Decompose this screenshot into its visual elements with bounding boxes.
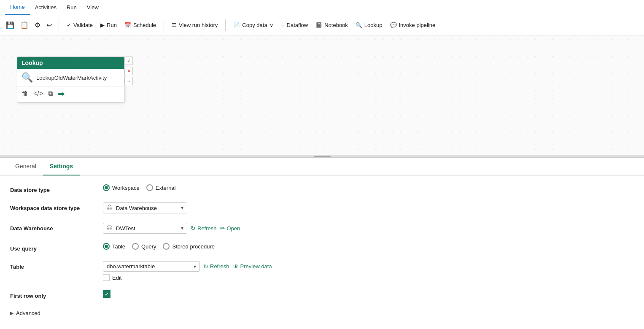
radio-external[interactable]: External: [146, 184, 176, 191]
workspace-data-store-chevron-icon: ▾: [181, 205, 183, 211]
copy-data-icon: 📄: [233, 22, 240, 28]
radio-stored-procedure[interactable]: Stored procedure: [163, 243, 214, 250]
toolbar-group-icons: 💾 📋 ⚙ ↩: [3, 19, 54, 31]
toolbar-group-history: ☰ View run history: [168, 20, 221, 30]
table-refresh-label: Refresh: [210, 263, 229, 270]
invoke-pipeline-label: Invoke pipeline: [399, 22, 436, 28]
table-row-inner: dbo.watermarktable ▾ ↻ Refresh 👁 Preview…: [103, 261, 272, 272]
menu-bar: Home Activities Run View: [0, 0, 644, 15]
undo-button[interactable]: ↩: [44, 19, 54, 31]
menu-home[interactable]: Home: [5, 0, 30, 15]
table-refresh-button[interactable]: ↻ Refresh: [203, 263, 229, 270]
run-button[interactable]: ▶ Run: [97, 20, 120, 30]
card-side-arrow-icon[interactable]: →: [124, 77, 133, 85]
copy-data-chevron-icon: ∨: [269, 22, 274, 28]
use-query-label: Use query: [10, 243, 103, 252]
radio-query[interactable]: Query: [132, 243, 156, 250]
settings-tabs: General Settings: [0, 158, 644, 176]
undo-icon: ↩: [46, 21, 52, 29]
use-query-row: Use query Table Query Stored procedure: [10, 243, 634, 252]
canvas-area[interactable]: Lookup 🔍 LookupOldWaterMarkActivity 🗑 </…: [0, 35, 644, 158]
advanced-row[interactable]: ▶ Advanced: [10, 308, 634, 318]
notebook-icon: 📓: [315, 22, 322, 28]
save-icon: 💾: [6, 21, 14, 29]
lookup-card-actions: 🗑 </> ⧉ ➡: [17, 86, 124, 102]
table-refresh-icon: ↻: [203, 263, 208, 270]
data-warehouse-row: Data Warehouse 🏛 DWTest ▾ ↻ Refresh ✏ Op…: [10, 223, 634, 234]
tab-settings[interactable]: Settings: [43, 158, 80, 175]
settings-button[interactable]: ⚙: [32, 19, 43, 31]
table-preview-label: Preview data: [240, 263, 272, 270]
data-warehouse-refresh-button[interactable]: ↻ Refresh: [191, 225, 217, 232]
schedule-button[interactable]: 📅 Schedule: [121, 20, 159, 30]
radio-table-label: Table: [112, 243, 125, 250]
data-store-type-control: Workspace External: [103, 184, 634, 191]
lookup-button[interactable]: 🔍 Lookup: [352, 20, 386, 30]
table-chevron-icon: ▾: [194, 264, 196, 270]
data-warehouse-icon: 🏛: [107, 225, 113, 232]
toolbar-group-actions: ✓ Validate ▶ Run 📅 Schedule: [63, 20, 159, 30]
workspace-data-store-type-dropdown[interactable]: 🏛 Data Warehouse ▾: [103, 202, 187, 213]
toolbar-sep-2: [164, 19, 164, 31]
data-store-type-row: Data store type Workspace External: [10, 184, 634, 193]
copy-card-icon[interactable]: ⧉: [48, 90, 53, 97]
menu-run[interactable]: Run: [62, 0, 82, 15]
card-side-fail-icon[interactable]: ✕: [124, 67, 133, 75]
data-store-type-radio-group: Workspace External: [103, 184, 176, 191]
save-as-button[interactable]: 📋: [18, 19, 31, 31]
data-warehouse-open-label: Open: [227, 225, 240, 232]
table-preview-icon: 👁: [233, 263, 239, 270]
radio-query-label: Query: [141, 243, 156, 250]
validate-label: Validate: [73, 22, 93, 28]
run-label: Run: [107, 22, 117, 28]
code-card-icon[interactable]: </>: [33, 90, 43, 97]
workspace-data-store-type-control: 🏛 Data Warehouse ▾: [103, 202, 634, 213]
workspace-data-store-value: Data Warehouse: [116, 205, 178, 211]
settings-form-body: Data store type Workspace External Works…: [0, 176, 644, 326]
radio-table-circle: [103, 243, 110, 250]
settings-panel: General Settings Data store type Workspa…: [0, 158, 644, 329]
first-row-only-checkbox[interactable]: ✓: [103, 290, 110, 298]
copy-data-label: Copy data: [242, 22, 267, 28]
radio-external-circle: [146, 184, 153, 191]
menu-activities[interactable]: Activities: [30, 0, 62, 15]
canvas-resize-handle[interactable]: [0, 155, 644, 157]
radio-table[interactable]: Table: [103, 243, 125, 250]
copy-data-button[interactable]: 📄 Copy data ∨: [230, 20, 277, 30]
schedule-label: Schedule: [133, 22, 156, 28]
dataflow-button[interactable]: ⑂ Dataflow: [278, 20, 312, 30]
invoke-pipeline-button[interactable]: 💬 Invoke pipeline: [387, 20, 439, 30]
tab-general[interactable]: General: [8, 158, 43, 175]
table-control: dbo.watermarktable ▾ ↻ Refresh 👁 Preview…: [103, 261, 634, 281]
table-edit-label: Edit: [112, 275, 121, 281]
advanced-label: Advanced: [16, 310, 40, 316]
save-button[interactable]: 💾: [3, 19, 17, 31]
use-query-radio-group: Table Query Stored procedure: [103, 243, 215, 250]
delete-card-icon[interactable]: 🗑: [22, 90, 28, 97]
data-warehouse-control: 🏛 DWTest ▾ ↻ Refresh ✏ Open: [103, 223, 634, 234]
advanced-chevron-icon: ▶: [10, 310, 13, 316]
notebook-button[interactable]: 📓 Notebook: [312, 20, 351, 30]
table-edit-checkbox[interactable]: Edit: [103, 274, 121, 281]
validate-button[interactable]: ✓ Validate: [63, 20, 96, 30]
radio-stored-procedure-circle: [163, 243, 170, 250]
data-warehouse-dropdown[interactable]: 🏛 DWTest ▾: [103, 223, 187, 234]
data-warehouse-open-button[interactable]: ✏ Open: [220, 225, 240, 232]
radio-workspace-circle: [103, 184, 110, 191]
table-dropdown[interactable]: dbo.watermarktable ▾: [103, 261, 200, 272]
lookup-label: Lookup: [364, 22, 383, 28]
workspace-data-store-type-row: Workspace data store type 🏛 Data Warehou…: [10, 202, 634, 213]
menu-view[interactable]: View: [82, 0, 104, 15]
navigate-card-icon[interactable]: ➡: [58, 89, 65, 99]
radio-workspace[interactable]: Workspace: [103, 184, 140, 191]
table-value: dbo.watermarktable: [107, 263, 190, 270]
settings-icon: ⚙: [35, 21, 40, 29]
radio-workspace-label: Workspace: [112, 185, 140, 191]
toolbar-group-activities: 📄 Copy data ∨ ⑂ Dataflow 📓 Notebook 🔍 Lo…: [230, 20, 439, 30]
view-run-history-button[interactable]: ☰ View run history: [168, 20, 221, 30]
save-as-icon: 📋: [20, 21, 29, 29]
card-side-success-icon[interactable]: ✓: [124, 57, 133, 65]
lookup-card-body: 🔍 LookupOldWaterMarkActivity: [17, 69, 124, 86]
lookup-activity-card[interactable]: Lookup 🔍 LookupOldWaterMarkActivity 🗑 </…: [17, 57, 124, 102]
table-preview-button[interactable]: 👁 Preview data: [233, 263, 272, 270]
